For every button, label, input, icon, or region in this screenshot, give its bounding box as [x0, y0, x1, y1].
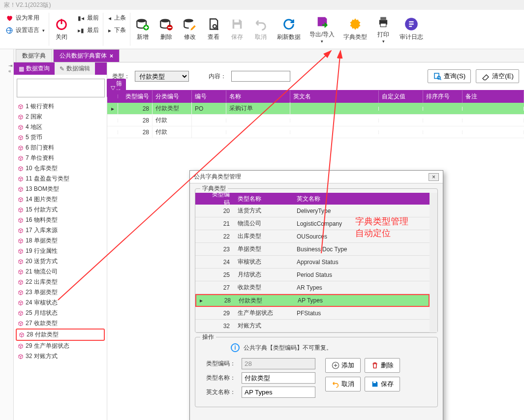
scrollbar[interactable]	[430, 193, 437, 332]
db-edit-icon	[183, 17, 197, 31]
trash-icon	[371, 361, 379, 369]
cancel-btn[interactable]: 取消	[325, 377, 361, 391]
gear-icon	[348, 17, 362, 31]
grid-row[interactable]: 28付款	[107, 115, 524, 126]
add-button[interactable]: 新增	[131, 13, 154, 46]
save-btn[interactable]: 保存	[365, 377, 400, 391]
tree-item-1[interactable]: 1 银行资料	[16, 101, 105, 112]
tree-item-13[interactable]: 13 BOM类型	[16, 184, 105, 194]
tree-item-17[interactable]: 17 入库来源	[16, 225, 105, 236]
filter-input[interactable]	[17, 79, 105, 97]
tree-item-21[interactable]: 21 物流公司	[16, 267, 105, 277]
dict-row[interactable]: 24审核状态Approval Status	[195, 256, 430, 269]
tab-public-dict[interactable]: 公共数据字典窗体×	[53, 49, 120, 62]
content-input[interactable]	[231, 71, 290, 82]
tree-item-5[interactable]: 5 货币	[16, 132, 105, 143]
del-btn[interactable]: 删除	[365, 358, 400, 373]
dict-row[interactable]: 27收款类型AR Types	[195, 281, 430, 294]
dict-row[interactable]: 22出库类型OUSources	[195, 230, 430, 243]
save-icon	[230, 17, 244, 31]
set-lang-button[interactable]: 设置语言▾	[4, 25, 47, 35]
prev-button[interactable]: ◂上条	[106, 13, 128, 23]
tree-item-16[interactable]: 16 物料类型	[16, 215, 105, 225]
tree-item-15[interactable]: 15 付款方式	[16, 205, 105, 215]
tree-item-6[interactable]: 6 部门资料	[16, 143, 105, 153]
tree-item-22[interactable]: 22 出库类型	[16, 277, 105, 287]
dict-row[interactable]: 32对账方式	[195, 320, 430, 332]
type-label: 类型：	[112, 72, 130, 81]
undo-icon	[254, 17, 268, 31]
svg-point-7	[213, 25, 216, 28]
name-input[interactable]	[242, 372, 315, 384]
prev-icon: ◂	[108, 15, 111, 22]
dialog-close-button[interactable]: ×	[429, 173, 439, 181]
tree-item-11[interactable]: 11 盘盈盘亏类型	[16, 174, 105, 184]
edit-button[interactable]: 修改	[179, 13, 201, 46]
delete-button[interactable]: 删除	[155, 13, 178, 46]
save-button[interactable]: 保存	[226, 13, 248, 46]
tree-item-32[interactable]: 32 对账方式	[16, 351, 105, 361]
tree-item-7[interactable]: 7 单位资料	[16, 153, 105, 163]
print-button[interactable]: 打印▾	[372, 13, 395, 46]
tree-item-24[interactable]: 24 审核状态	[16, 298, 105, 308]
dict-type-dialog: 公共字典类型管理 × 字典类型 类型编码 类型名称 英文名称	[189, 170, 443, 420]
tree-item-2[interactable]: 2 国家	[16, 112, 105, 122]
first-icon: ▮◂	[78, 15, 84, 22]
close-button[interactable]: 关闭	[50, 13, 73, 46]
tree-item-19[interactable]: 19 行业属性	[16, 246, 105, 256]
en-input[interactable]	[242, 387, 315, 398]
code-label: 类型编码：	[201, 360, 236, 368]
grid-row[interactable]: 28付款	[107, 126, 524, 138]
dict-row[interactable]: 20送货方式DeliveryType	[195, 205, 430, 217]
op-group-label: 操作	[200, 333, 216, 341]
db-del-icon	[159, 17, 173, 31]
expand-icon[interactable]: ⇥«	[8, 63, 12, 74]
dict-type-button[interactable]: 字典类型	[339, 13, 371, 46]
dict-row[interactable]: 21物流公司LogisticCompany	[195, 217, 430, 230]
dict-row[interactable]: 29生产单据状态PFStatus	[195, 307, 430, 320]
audit-icon	[404, 17, 418, 31]
search-button[interactable]: 查询(S)	[428, 69, 471, 83]
main-area: 数据字典 公共数据字典窗体× ▦数据查询 ✎数据编辑 ▽筛选 1 银行资料2 国…	[14, 49, 524, 420]
dict-row[interactable]: 25月结状态Period Status	[195, 269, 430, 281]
tree-item-20[interactable]: 20 送货方式	[16, 256, 105, 267]
last-button[interactable]: ▸▮最后	[76, 25, 101, 35]
svg-rect-12	[381, 17, 387, 20]
clear-button[interactable]: 清空(E)	[476, 69, 519, 83]
next-button[interactable]: ▸下条	[106, 25, 128, 35]
info-icon: i	[231, 343, 240, 352]
tree-item-23[interactable]: 23 单据类型	[16, 287, 105, 298]
cancel-button[interactable]: 取消	[249, 13, 272, 46]
subtab-query[interactable]: ▦数据查询	[14, 62, 55, 75]
content-label: 内容：	[209, 72, 226, 81]
tree-item-25[interactable]: 25 月结状态	[16, 308, 105, 318]
dict-row[interactable]: ▸28付款类型AP Types	[195, 294, 430, 307]
svg-point-6	[184, 19, 193, 23]
list-icon: ▦	[19, 65, 24, 72]
tree-item-4[interactable]: 4 地区	[16, 122, 105, 132]
dict-row[interactable]: 23单据类型Business Doc Type	[195, 243, 430, 256]
type-select[interactable]: 付款类型	[135, 71, 189, 82]
audit-button[interactable]: 审计日志	[396, 13, 427, 46]
first-button[interactable]: ▮◂最前	[76, 13, 101, 23]
grid-row[interactable]: ▸28付款类型PO采购订单	[107, 103, 524, 115]
dict-group-label: 字典类型	[200, 184, 228, 193]
svg-rect-9	[234, 25, 240, 29]
tab-data-dict[interactable]: 数据字典	[16, 49, 52, 62]
close-icon[interactable]: ×	[110, 53, 113, 60]
tree-item-10[interactable]: 10 仓库类型	[16, 163, 105, 174]
tree-item-14[interactable]: 14 图片类型	[16, 194, 105, 205]
refresh-button[interactable]: 刷新数据	[273, 13, 305, 46]
document-tabs: 数据字典 公共数据字典窗体×	[14, 49, 524, 62]
power-icon	[55, 17, 68, 31]
left-panel: ▦数据查询 ✎数据编辑 ▽筛选 1 银行资料2 国家4 地区5 货币6 部门资料…	[14, 62, 107, 420]
view-button[interactable]: 查看	[202, 13, 225, 46]
export-button[interactable]: 导出/导入▾	[306, 13, 339, 46]
tree-item-28[interactable]: 28 付款类型	[16, 329, 105, 341]
tree-item-27[interactable]: 27 收款类型	[16, 318, 105, 329]
tree-item-29[interactable]: 29 生产单据状态	[16, 341, 105, 351]
tree-item-18[interactable]: 18 单据类型	[16, 236, 105, 246]
add-btn[interactable]: 添加	[325, 358, 361, 373]
set-common-button[interactable]: 设为常用	[4, 13, 47, 23]
subtab-edit[interactable]: ✎数据编辑	[55, 62, 95, 75]
